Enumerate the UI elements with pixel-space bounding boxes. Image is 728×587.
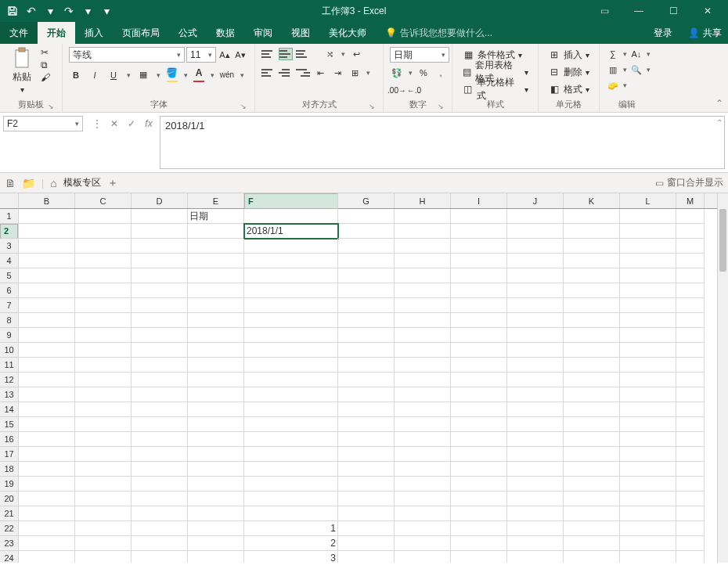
- cell-I12[interactable]: [451, 373, 507, 387]
- cell-M23[interactable]: [676, 536, 705, 551]
- cell-B11[interactable]: [19, 358, 75, 373]
- cell-I17[interactable]: [451, 447, 507, 462]
- cell-H5[interactable]: [395, 268, 451, 283]
- cell-G8[interactable]: [338, 313, 395, 328]
- cell-K14[interactable]: [564, 402, 620, 417]
- cell-C6[interactable]: [75, 283, 132, 298]
- cell-E22[interactable]: [188, 521, 244, 536]
- cell-E20[interactable]: [188, 492, 244, 506]
- cell-B6[interactable]: [19, 283, 75, 298]
- chevron-down-icon[interactable]: ▾: [645, 47, 651, 61]
- cell-E1[interactable]: 日期: [188, 209, 244, 224]
- row-header-24[interactable]: 24: [0, 551, 18, 563]
- cell-B12[interactable]: [19, 373, 75, 387]
- cell-H22[interactable]: [395, 521, 451, 536]
- row-header-4[interactable]: 4: [0, 254, 18, 268]
- cell-C11[interactable]: [75, 358, 132, 373]
- cell-M10[interactable]: [676, 343, 705, 358]
- cell-G12[interactable]: [338, 373, 395, 387]
- vertical-scrollbar[interactable]: [717, 193, 728, 563]
- row-header-10[interactable]: 10: [0, 343, 18, 358]
- cell-M22[interactable]: [676, 521, 705, 536]
- cell-L12[interactable]: [620, 373, 676, 387]
- cut-icon[interactable]: ✂: [41, 47, 50, 58]
- cell-F2[interactable]: 2018/1/1: [244, 224, 338, 239]
- cell-G2[interactable]: [338, 224, 395, 239]
- cell-L14[interactable]: [620, 402, 676, 417]
- cell-H3[interactable]: [395, 239, 451, 254]
- cell-I16[interactable]: [451, 432, 507, 447]
- cell-B2[interactable]: [19, 224, 75, 239]
- cell-L23[interactable]: [620, 536, 676, 551]
- cell-K12[interactable]: [564, 373, 620, 387]
- cell-K7[interactable]: [564, 298, 620, 313]
- cell-L16[interactable]: [620, 432, 676, 447]
- cell-L18[interactable]: [620, 462, 676, 477]
- cell-J21[interactable]: [507, 506, 564, 521]
- cell-M9[interactable]: [676, 328, 705, 343]
- cell-B21[interactable]: [19, 506, 75, 521]
- cell-H23[interactable]: [395, 536, 451, 551]
- cell-H2[interactable]: [395, 224, 451, 239]
- orientation-button[interactable]: ⤭: [323, 47, 337, 61]
- cell-K11[interactable]: [564, 358, 620, 373]
- cell-D21[interactable]: [132, 506, 188, 521]
- cell-J11[interactable]: [507, 358, 564, 373]
- find-button[interactable]: 🔍: [629, 63, 643, 77]
- cell-D16[interactable]: [132, 432, 188, 447]
- cell-C5[interactable]: [75, 268, 132, 283]
- row-header-3[interactable]: 3: [0, 239, 18, 254]
- cell-H8[interactable]: [395, 313, 451, 328]
- cell-I8[interactable]: [451, 313, 507, 328]
- undo-dropdown-icon[interactable]: ▾: [42, 3, 58, 19]
- cell-H13[interactable]: [395, 387, 451, 402]
- cell-B18[interactable]: [19, 462, 75, 477]
- cell-C9[interactable]: [75, 328, 132, 343]
- cell-E17[interactable]: [188, 447, 244, 462]
- cell-B5[interactable]: [19, 268, 75, 283]
- cell-D24[interactable]: [132, 551, 188, 563]
- cell-E2[interactable]: [188, 224, 244, 239]
- ribbon-options-icon[interactable]: ▭: [589, 3, 620, 19]
- number-launcher-icon[interactable]: ↘: [438, 103, 444, 110]
- cell-G20[interactable]: [338, 492, 395, 506]
- column-header-L[interactable]: L: [620, 193, 676, 208]
- cell-D5[interactable]: [132, 268, 188, 283]
- percent-button[interactable]: %: [416, 66, 431, 80]
- align-left-button[interactable]: [261, 67, 276, 79]
- increase-decimal-button[interactable]: .00→: [390, 83, 404, 97]
- cell-G11[interactable]: [338, 358, 395, 373]
- cell-B7[interactable]: [19, 298, 75, 313]
- align-launcher-icon[interactable]: ↘: [369, 103, 375, 110]
- cell-H15[interactable]: [395, 417, 451, 432]
- cell-H7[interactable]: [395, 298, 451, 313]
- fx-icon[interactable]: fx: [142, 118, 155, 129]
- cell-K10[interactable]: [564, 343, 620, 358]
- column-header-I[interactable]: I: [451, 193, 507, 208]
- cell-H18[interactable]: [395, 462, 451, 477]
- cell-C12[interactable]: [75, 373, 132, 387]
- cell-E4[interactable]: [188, 254, 244, 268]
- cell-K15[interactable]: [564, 417, 620, 432]
- cell-M15[interactable]: [676, 417, 705, 432]
- row-header-8[interactable]: 8: [0, 313, 18, 328]
- cell-G17[interactable]: [338, 447, 395, 462]
- cell-F24[interactable]: 3: [244, 551, 338, 563]
- cell-L15[interactable]: [620, 417, 676, 432]
- redo-icon[interactable]: ↷: [61, 3, 77, 19]
- cell-M12[interactable]: [676, 373, 705, 387]
- cell-E10[interactable]: [188, 343, 244, 358]
- tab-file[interactable]: 文件: [0, 22, 38, 44]
- cell-F12[interactable]: [244, 373, 338, 387]
- new-sheet-icon[interactable]: 🗎: [5, 177, 16, 189]
- cell-M20[interactable]: [676, 492, 705, 506]
- fill-color-button[interactable]: 🪣: [166, 67, 178, 82]
- chevron-down-icon[interactable]: ▾: [155, 68, 161, 82]
- cell-D18[interactable]: [132, 462, 188, 477]
- cell-G18[interactable]: [338, 462, 395, 477]
- tab-data[interactable]: 数据: [207, 22, 244, 44]
- cell-D11[interactable]: [132, 358, 188, 373]
- cell-I14[interactable]: [451, 402, 507, 417]
- cell-H14[interactable]: [395, 402, 451, 417]
- row-header-16[interactable]: 16: [0, 432, 18, 447]
